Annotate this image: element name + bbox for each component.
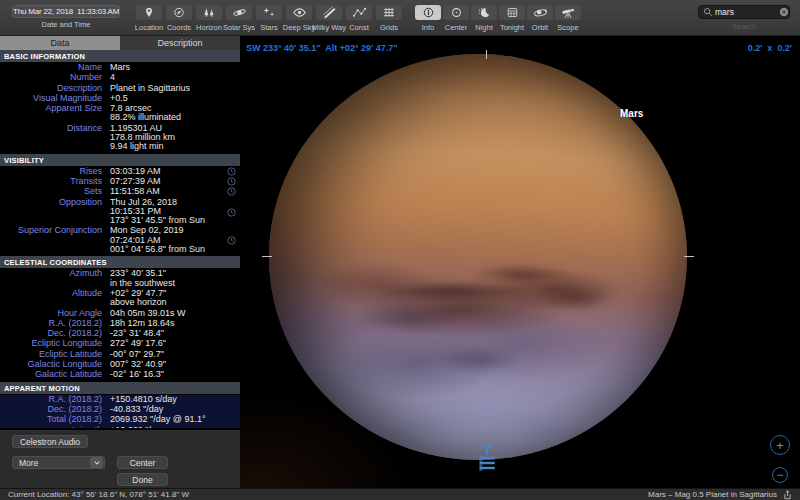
- info-row-label: Visual Magnitude: [0, 94, 110, 103]
- toolbar-item-solar-sys[interactable]: Solar Sys: [224, 5, 254, 32]
- toolbar-button[interactable]: [136, 5, 162, 20]
- info-row: Azimuth233° 40' 35.1"in the southwest: [0, 269, 240, 288]
- section-header: APPARENT MOTION: [0, 382, 240, 394]
- toolbar-button[interactable]: [415, 5, 441, 20]
- info-row-label: Galactic Latitude: [0, 370, 110, 379]
- center-button[interactable]: Center: [117, 456, 168, 469]
- search-input[interactable]: [713, 7, 779, 17]
- info-row-value: 11:51:58 AM: [110, 187, 240, 196]
- search-icon: [703, 7, 713, 17]
- section-rows: Rises03:03:19 AMTransits07:27:39 AMSets1…: [0, 167, 240, 257]
- celestron-audio-button[interactable]: Celestron Audio: [12, 435, 88, 448]
- object-info-panel: Data Description BASIC INFORMATIONNameMa…: [0, 36, 240, 488]
- toolbar-button[interactable]: [555, 5, 581, 20]
- info-row: DescriptionPlanet in Sagittarius: [0, 84, 240, 93]
- info-row-label: Ecliptic Latitude: [0, 350, 110, 359]
- toolbar-item-label: Deep Sky: [283, 23, 316, 32]
- toolbar-item-scope[interactable]: Scope: [554, 5, 582, 32]
- section-rows: NameMarsNumber4DescriptionPlanet in Sagi…: [0, 63, 240, 154]
- selected-object-summary: Mars – Mag 0.5 Planet in Sagittarius: [648, 490, 777, 499]
- clock-icon[interactable]: [227, 208, 236, 217]
- toolbar-button[interactable]: [471, 5, 497, 20]
- info-row: Transits07:27:39 AM: [0, 177, 240, 186]
- toolbar-item-label: Solar Sys: [223, 23, 255, 32]
- info-sections: BASIC INFORMATIONNameMarsNumber4Descript…: [0, 50, 240, 428]
- info-row-label: R.A. (2018.2): [0, 395, 110, 404]
- info-row-value: 7.8 arcsec88.2% illuminated: [110, 104, 240, 123]
- toolbar-button[interactable]: [226, 5, 252, 20]
- toolbar-button[interactable]: [376, 5, 402, 20]
- toolbar-button[interactable]: [443, 5, 469, 20]
- toolbar-item-label: Const: [349, 23, 369, 32]
- tab-description[interactable]: Description: [120, 36, 240, 50]
- info-row-label: Galactic Longitude: [0, 360, 110, 369]
- toolbar-button[interactable]: [527, 5, 553, 20]
- toolbar-button[interactable]: [346, 5, 372, 20]
- orbit-icon: [533, 6, 548, 19]
- clock-icon[interactable]: [227, 236, 236, 245]
- info-row-value: +150.4810 s/day: [110, 395, 240, 404]
- toolbar: Thu Mar 22, 2018 11:33:03 AM Date and Ti…: [0, 0, 800, 36]
- toolbar-item-label: Center: [445, 23, 468, 32]
- sky-view[interactable]: SW 233° 40' 35.1" Alt +02° 29' 47.7" 0.2…: [240, 36, 800, 488]
- toolbar-button[interactable]: [256, 5, 282, 20]
- toolbar-item-stars[interactable]: Stars: [254, 5, 284, 32]
- toolbar-item-center[interactable]: Center: [442, 5, 470, 32]
- toolbar-button[interactable]: [316, 5, 342, 20]
- toolbar-item-horizon[interactable]: Horizon: [194, 5, 224, 32]
- horizon-icon: [202, 6, 216, 19]
- toolbar-item-milky-way[interactable]: Milky Way: [314, 5, 344, 32]
- toolbar-item-label: Stars: [260, 23, 278, 32]
- selection-tick-top: [486, 50, 487, 59]
- info-row-label: Azimuth: [0, 426, 110, 429]
- info-row-value: 2069.932 "/day @ 91.1°: [110, 415, 240, 424]
- clock-icon[interactable]: [227, 177, 236, 186]
- toolbar-item-grids[interactable]: Grids: [374, 5, 404, 32]
- toolbar-item-label: Milky Way: [312, 23, 346, 32]
- clear-icon[interactable]: [779, 7, 789, 17]
- toolbar-button[interactable]: [286, 5, 312, 20]
- toolbar-item-tonight[interactable]: Tonight: [498, 5, 526, 32]
- toolbar-button[interactable]: [196, 5, 222, 20]
- compass-level-icon[interactable]: [474, 442, 500, 482]
- clock-icon[interactable]: [227, 187, 236, 196]
- toolbar-item-location[interactable]: Location: [134, 5, 164, 32]
- milky-way-icon: [322, 6, 337, 19]
- toolbar-button[interactable]: [499, 5, 525, 20]
- tab-data[interactable]: Data: [0, 36, 120, 50]
- info-row: R.A. (2018.2)18h 12m 18.64s: [0, 319, 240, 328]
- center-icon: [450, 6, 463, 19]
- search-field[interactable]: [698, 5, 790, 19]
- toolbar-item-label: Night: [475, 23, 493, 32]
- section-header: VISIBILITY: [0, 154, 240, 166]
- clock-icon[interactable]: [227, 167, 236, 176]
- more-dropdown[interactable]: More: [12, 456, 105, 469]
- info-row-label: Total (2018.2): [0, 415, 110, 424]
- toolbar-item-deep-sky[interactable]: Deep Sky: [284, 5, 314, 32]
- info-row-value: +0.5: [110, 94, 240, 103]
- zoom-out-button[interactable]: −: [772, 467, 788, 483]
- info-row-label: Opposition: [0, 198, 110, 226]
- toolbar-item-coords[interactable]: Coords: [164, 5, 194, 32]
- scope-icon: [561, 6, 576, 19]
- toolbar-item-info[interactable]: Info: [414, 5, 442, 32]
- toolbar-button[interactable]: [166, 5, 192, 20]
- zoom-in-button[interactable]: +: [770, 435, 790, 455]
- info-value-line: -23° 31' 48.4": [110, 329, 240, 338]
- share-icon[interactable]: [783, 490, 792, 500]
- info-row: Galactic Longitude007° 32' 40.9": [0, 360, 240, 369]
- status-bar: Current Location: 43° 56' 18.6" N, 078° …: [0, 488, 800, 500]
- info-row-label: Distance: [0, 124, 110, 152]
- done-button[interactable]: Done: [117, 473, 168, 486]
- toolbar-item-const[interactable]: Const: [344, 5, 374, 32]
- info-value-line: +150.4810 s/day: [110, 395, 240, 404]
- toolbar-item-label: Horizon: [196, 23, 222, 32]
- info-row: R.A. (2018.2)+150.4810 s/day: [0, 395, 240, 404]
- toolbar-item-orbit[interactable]: Orbit: [526, 5, 554, 32]
- solar-sys-icon: [232, 6, 247, 19]
- panel-tabs: Data Description: [0, 36, 240, 50]
- object-label: Mars: [620, 108, 643, 119]
- datetime-button[interactable]: Thu Mar 22, 2018 11:33:03 AM: [12, 5, 120, 18]
- toolbar-item-night[interactable]: Night: [470, 5, 498, 32]
- selection-tick-right: [684, 256, 694, 257]
